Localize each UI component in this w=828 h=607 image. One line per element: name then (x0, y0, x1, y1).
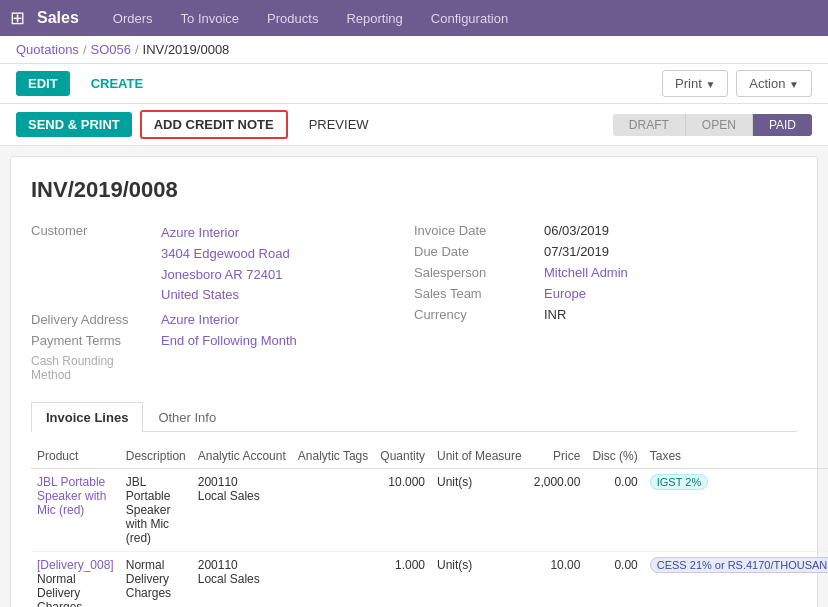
col-uom: Unit of Measure (431, 444, 528, 469)
row2-price: 10.00 (528, 552, 587, 607)
row2-uom: Unit(s) (431, 552, 528, 607)
breadcrumb-invoice: INV/2019/0008 (143, 42, 230, 57)
row1-description: JBL Portable Speaker with Mic (red) (120, 469, 192, 552)
invoice-date-label: Invoice Date (414, 223, 544, 238)
col-analytic-account: Analytic Account (192, 444, 292, 469)
print-dropdown-icon: ▼ (705, 79, 715, 90)
row1-taxes: IGST 2% (644, 469, 828, 552)
add-credit-note-button[interactable]: ADD CREDIT NOTE (140, 110, 288, 139)
col-disc: Disc (%) (586, 444, 643, 469)
action-button[interactable]: Action ▼ (736, 70, 812, 97)
print-button[interactable]: Print ▼ (662, 70, 728, 97)
customer-label: Customer (31, 223, 161, 238)
action-dropdown-icon: ▼ (789, 79, 799, 90)
tab-other-info[interactable]: Other Info (143, 402, 231, 432)
status-paid[interactable]: PAID (753, 114, 812, 136)
salesperson-label: Salesperson (414, 265, 544, 280)
col-taxes: Taxes (644, 444, 828, 469)
row2-disc: 0.00 (586, 552, 643, 607)
currency-value: INR (544, 307, 566, 322)
row1-uom: Unit(s) (431, 469, 528, 552)
breadcrumb-quotations[interactable]: Quotations (16, 42, 79, 57)
nav-configuration[interactable]: Configuration (417, 3, 522, 34)
row2-product: [Delivery_008] Normal Delivery Charges (31, 552, 120, 607)
app-title: Sales (37, 9, 79, 27)
sales-team-value: Europe (544, 286, 586, 301)
row1-analytic-account: 200110 Local Sales (192, 469, 292, 552)
col-product: Product (31, 444, 120, 469)
row1-analytic-tags (292, 469, 374, 552)
breadcrumb: Quotations / SO056 / INV/2019/0008 (0, 36, 828, 64)
status-draft[interactable]: DRAFT (613, 114, 686, 136)
row1-price: 2,000.00 (528, 469, 587, 552)
nav-menu: Orders To Invoice Products Reporting Con… (99, 3, 522, 34)
toolbar: SEND & PRINT ADD CREDIT NOTE PREVIEW DRA… (0, 104, 828, 146)
row2-taxes: CESS 21% or RS.4170/THOUSAND (644, 552, 828, 607)
row1-quantity: 10.000 (374, 469, 431, 552)
cash-rounding: Cash Rounding Method (31, 354, 414, 382)
row2-analytic-account: 200110 Local Sales (192, 552, 292, 607)
row1-tax-badge: IGST 2% (650, 474, 708, 490)
status-pipeline: DRAFT OPEN PAID (613, 114, 812, 136)
nav-products[interactable]: Products (253, 3, 332, 34)
table-row: JBL Portable Speaker with Mic (red) JBL … (31, 469, 828, 552)
nav-to-invoice[interactable]: To Invoice (167, 3, 254, 34)
nav-orders[interactable]: Orders (99, 3, 167, 34)
delivery-address-value: Azure Interior (161, 312, 239, 327)
send-print-button[interactable]: SEND & PRINT (16, 112, 132, 137)
invoice-date-value: 06/03/2019 (544, 223, 609, 238)
col-analytic-tags: Analytic Tags (292, 444, 374, 469)
status-open[interactable]: OPEN (686, 114, 753, 136)
tab-invoice-lines[interactable]: Invoice Lines (31, 402, 143, 432)
due-date-label: Due Date (414, 244, 544, 259)
action-bar: EDIT CREATE Print ▼ Action ▼ (0, 64, 828, 104)
customer-value: Azure Interior 3404 Edgewood Road Jonesb… (161, 223, 290, 306)
payment-terms-value: End of Following Month (161, 333, 297, 348)
table-row: [Delivery_008] Normal Delivery Charges N… (31, 552, 828, 607)
top-navigation: ⊞ Sales Orders To Invoice Products Repor… (0, 0, 828, 36)
row2-analytic-tags (292, 552, 374, 607)
col-description: Description (120, 444, 192, 469)
delivery-address-label: Delivery Address (31, 312, 161, 327)
invoice-number: INV/2019/0008 (31, 177, 797, 203)
salesperson-value: Mitchell Admin (544, 265, 628, 280)
row1-disc: 0.00 (586, 469, 643, 552)
row1-product: JBL Portable Speaker with Mic (red) (31, 469, 120, 552)
create-button[interactable]: CREATE (78, 70, 156, 97)
currency-label: Currency (414, 307, 544, 322)
tabs: Invoice Lines Other Info (31, 402, 797, 432)
payment-terms-label: Payment Terms (31, 333, 161, 348)
row2-quantity: 1.000 (374, 552, 431, 607)
sales-team-label: Sales Team (414, 286, 544, 301)
edit-button[interactable]: EDIT (16, 71, 70, 96)
main-content: INV/2019/0008 Customer Azure Interior 34… (10, 156, 818, 607)
nav-reporting[interactable]: Reporting (332, 3, 416, 34)
col-price: Price (528, 444, 587, 469)
apps-icon[interactable]: ⊞ (10, 7, 25, 29)
due-date-value: 07/31/2019 (544, 244, 609, 259)
row2-tax-badge: CESS 21% or RS.4170/THOUSAND (650, 557, 828, 573)
breadcrumb-so056[interactable]: SO056 (91, 42, 131, 57)
invoice-info: Customer Azure Interior 3404 Edgewood Ro… (31, 223, 797, 382)
col-quantity: Quantity (374, 444, 431, 469)
invoice-table: Product Description Analytic Account Ana… (31, 444, 828, 607)
row2-description: Normal Delivery Charges (120, 552, 192, 607)
preview-button[interactable]: PREVIEW (296, 111, 382, 138)
